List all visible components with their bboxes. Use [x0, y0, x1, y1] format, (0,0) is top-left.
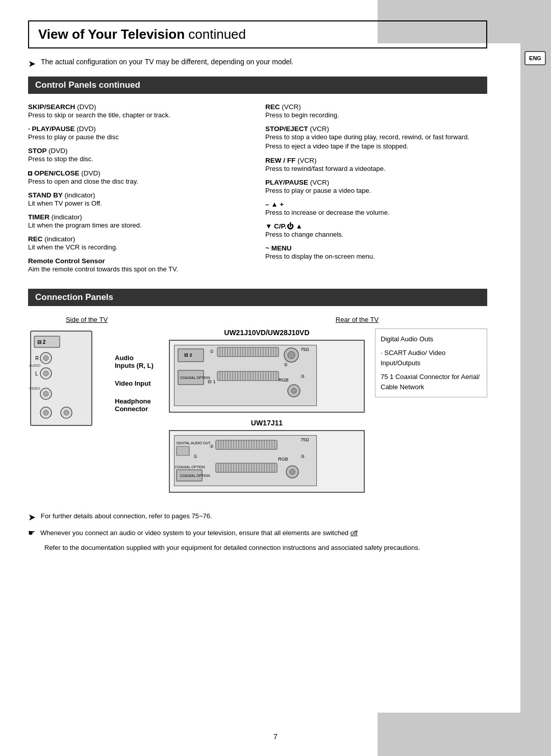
tv-side-diagram: ⊟ 2 R AUDIO L VIDEO: [28, 329, 110, 432]
svg-text:RGB: RGB: [279, 377, 289, 383]
svg-text:②: ②: [284, 362, 288, 367]
side-labels: Audio Inputs (R, L) Video Input Headphon…: [115, 354, 154, 413]
control-stop-eject: STOP/EJECT (VCR) Press to stop a video t…: [265, 125, 487, 151]
disclaimer-text: The actual configuration on your TV may …: [41, 58, 293, 66]
note-text-3: Refer to the documentation supplied with…: [44, 543, 420, 553]
connection-panels-header: Connection Panels: [28, 289, 487, 306]
control-remote-sensor: Remote Control Sensor Aim the remote con…: [28, 257, 250, 274]
svg-text:③: ③: [300, 374, 305, 379]
note-text-1: For further details about connection, re…: [41, 511, 212, 521]
control-rec-indicator: REC (indicator) Lit when the VCR is reco…: [28, 235, 250, 252]
desc-item-1: Digital Audio Outs: [381, 334, 482, 344]
title-box: View of Your Television continued: [28, 20, 487, 48]
control-stop-dvd: STOP (DVD) Press to stop the disc.: [28, 147, 250, 164]
model1-diagram: ⊟ 2 ①: [169, 340, 365, 413]
control-volume: – ▲ + Press to increase or decrease the …: [265, 200, 487, 217]
svg-point-16: [64, 410, 69, 415]
eng-badge: ENG: [524, 51, 546, 65]
model1-svg: ⊟ 2 ①: [174, 345, 317, 406]
control-play-pause-vcr: PLAY/PAUSE (VCR) Press to play or pause …: [265, 179, 487, 195]
description-box: Digital Audio Outs · SCART Audio/ Video …: [375, 329, 487, 398]
diagram-area: ⊟ 2 R AUDIO L VIDEO: [28, 329, 487, 499]
svg-text:COAXIAL OPTION: COAXIAL OPTION: [180, 376, 210, 380]
page-container: ENG 7 View of Your Television continued …: [0, 0, 551, 756]
svg-rect-82: [177, 446, 189, 456]
note-text-2: Whenever you connect an audio or video s…: [40, 528, 358, 538]
svg-point-46: [288, 351, 295, 359]
model2-svg: DIGITAL AUDIO OUT ① COAXIAL OPTION COAXI…: [174, 435, 317, 486]
svg-point-140: [290, 469, 295, 474]
svg-text:③: ③: [300, 454, 305, 459]
svg-text:②: ②: [210, 444, 214, 449]
svg-text:R: R: [35, 356, 39, 361]
desc-item-3: 75 1 Coaxial Connector for Aerial/ Cable…: [381, 372, 482, 392]
disclaimer-bullet: ➤ The actual configuration on your TV ma…: [28, 58, 487, 69]
svg-text:⊟ 1: ⊟ 1: [208, 379, 216, 384]
control-open-close: OPEN/CLOSE (DVD) Press to open and close…: [28, 169, 250, 186]
svg-text:①: ①: [193, 454, 197, 459]
finger-icon: ☛: [28, 528, 35, 538]
svg-text:COAXIAL OPTION: COAXIAL OPTION: [175, 465, 205, 469]
bottom-gray-corner: [378, 713, 520, 756]
note-connection-ref: ➤ For further details about connection, …: [28, 511, 487, 523]
note-switch-off: ☛ Whenever you connect an audio or video…: [28, 528, 487, 538]
square-bullet-icon: [28, 171, 32, 175]
audio-inputs-label: Audio Inputs (R, L): [115, 354, 154, 369]
control-panels-content: SKIP/SEARCH (DVD) Press to skip or searc…: [28, 103, 487, 280]
rear-of-tv-label: Rear of the TV: [336, 316, 379, 323]
note-documentation: Refer to the documentation supplied with…: [28, 543, 487, 553]
control-channel: ▼ C/P.⏻ ▲ Press to change channels.: [265, 222, 487, 239]
svg-text:AUDIO: AUDIO: [29, 364, 41, 367]
svg-text:RGB: RGB: [278, 457, 288, 462]
control-timer: TIMER (indicator) Lit when the program t…: [28, 213, 250, 230]
svg-point-8: [43, 371, 48, 376]
model1-label: UW21J10VD/UW28J10VD: [169, 329, 365, 337]
svg-text:VIDEO: VIDEO: [29, 387, 40, 390]
control-stand-by: STAND BY (indicator) Lit when TV power i…: [28, 191, 250, 208]
model2-diagram: DIGITAL AUDIO OUT ① COAXIAL OPTION COAXI…: [169, 430, 365, 493]
rear-panels-column: UW21J10VD/UW28J10VD ⊟ 2 ①: [169, 329, 365, 499]
svg-point-79: [291, 388, 296, 393]
arrow-icon: ➤: [28, 58, 36, 69]
svg-point-14: [43, 410, 48, 415]
control-panels-left: SKIP/SEARCH (DVD) Press to skip or searc…: [28, 103, 250, 280]
model2-label: UW17J11: [169, 419, 365, 427]
svg-text:⊟ 2: ⊟ 2: [184, 352, 192, 358]
diagram-labels-row: Side of the TV Rear of the TV: [28, 315, 487, 323]
svg-text:⊟ 2: ⊟ 2: [37, 339, 46, 345]
arrow-icon-2: ➤: [28, 512, 36, 523]
desc-item-2: · SCART Audio/ Video Input/Outputs: [381, 348, 482, 368]
main-content: View of Your Television continued ➤ The …: [28, 20, 487, 558]
svg-text:L: L: [35, 371, 38, 376]
right-sidebar: [520, 0, 551, 756]
svg-point-4: [43, 356, 48, 361]
svg-text:COAXIAL OPTION: COAXIAL OPTION: [180, 474, 210, 477]
bottom-notes: ➤ For further details about connection, …: [28, 511, 487, 553]
page-number: 7: [273, 733, 278, 741]
side-of-tv-label: Side of the TV: [66, 316, 108, 323]
control-menu: ~ MENU Press to display the on-screen me…: [265, 244, 487, 261]
control-panels-right: REC (VCR) Press to begin recording. STOP…: [265, 103, 487, 280]
side-diagram-svg: ⊟ 2 R AUDIO L VIDEO: [28, 329, 94, 431]
svg-text:①: ①: [210, 349, 214, 354]
note-spacer: [28, 543, 39, 551]
control-skip-search: SKIP/SEARCH (DVD) Press to skip or searc…: [28, 103, 250, 120]
control-panels-header: Control Panels continued: [28, 77, 487, 94]
control-rec-vcr: REC (VCR) Press to begin recording.: [265, 103, 487, 120]
svg-text:DIGITAL AUDIO OUT: DIGITAL AUDIO OUT: [177, 441, 211, 445]
page-title: View of Your Television continued: [38, 27, 477, 42]
video-input-label: Video Input: [115, 380, 154, 387]
control-rew-ff: REW / FF (VCR) Press to rewind/fast forw…: [265, 157, 487, 173]
svg-text:75Ω: 75Ω: [300, 437, 309, 442]
control-play-pause-dvd: · PLAY/PAUSE (DVD) Press to play or paus…: [28, 125, 250, 142]
svg-text:75Ω: 75Ω: [300, 347, 309, 352]
svg-point-12: [43, 391, 48, 396]
headphone-label: Headphone Connector: [115, 397, 154, 413]
